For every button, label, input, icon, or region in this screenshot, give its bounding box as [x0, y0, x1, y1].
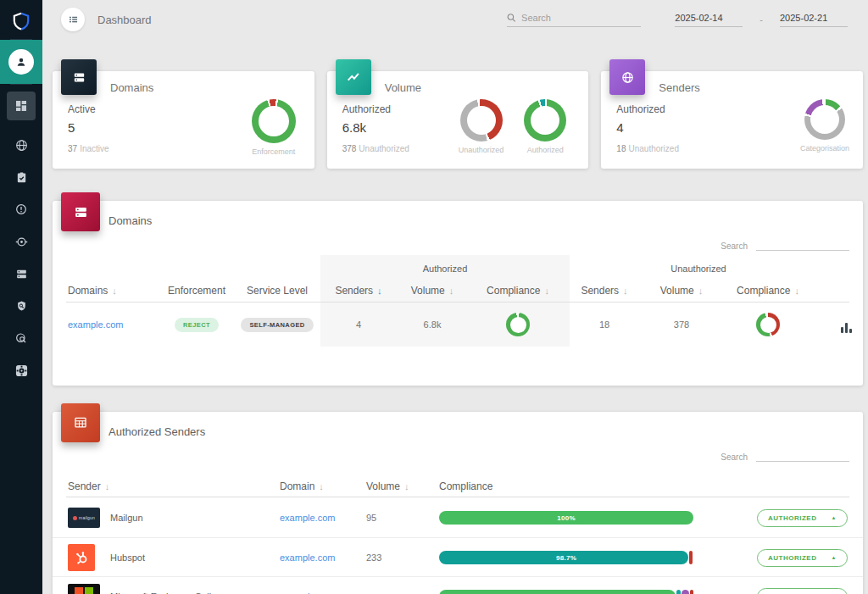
sender-name: Microsoft Exchange Onli... [110, 577, 219, 594]
panel-title: Authorized Senders [108, 425, 205, 438]
sort-arrow-icon[interactable]: ↓ [449, 286, 454, 296]
status-dropdown-button[interactable]: AUTHORIZED▲ [757, 509, 848, 527]
stat-label: Authorized [616, 103, 679, 115]
card-title: Domains [110, 81, 153, 94]
server-icon [15, 268, 28, 280]
sidebar-item-settings[interactable] [14, 363, 29, 378]
auth-compliance-donut-chart [506, 313, 530, 336]
domain-link[interactable]: example.com [68, 319, 123, 330]
sidebar-item-alerts[interactable] [14, 202, 29, 217]
sidebar-item-dns-records[interactable] [14, 266, 29, 281]
col-header-auth-senders: Senders↓ [324, 282, 393, 299]
sidebar-item-account[interactable] [0, 40, 42, 84]
gear-icon [15, 364, 28, 377]
sidebar-item-internet[interactable] [14, 137, 29, 153]
sort-arrow-icon[interactable]: ↓ [112, 286, 117, 296]
table-row-unauth-senders-cell: 18 [570, 303, 639, 347]
search-label: Search [721, 241, 748, 251]
compliance-cell: 100% [439, 498, 693, 537]
account-avatar [8, 49, 34, 75]
date-from-input[interactable] [675, 13, 743, 27]
sort-arrow-icon[interactable]: ↓ [544, 286, 549, 296]
enforcement-badge: REJECT [175, 318, 219, 332]
senders-panel-icon [61, 403, 100, 442]
sender-row-microsoft[interactable]: Microsoft Exchange Onli... example.com A… [53, 576, 863, 594]
compliance-bar: 98.7% [439, 551, 693, 564]
sidebar-item-discover[interactable] [14, 330, 29, 346]
col-header-domains: Domains↓ [68, 282, 153, 299]
card-title: Volume [385, 81, 421, 94]
volume-stats: Authorized 6.8k 378Unauthorized [342, 103, 409, 153]
sender-logo [68, 538, 95, 577]
shield-search-icon [15, 300, 28, 313]
mailgun-logo: mailgun [68, 508, 100, 528]
col-header-service-level: Service Level [226, 282, 328, 299]
sender-domain: example.com [280, 538, 335, 577]
status-dropdown-button[interactable]: AUTHORIZED▲ [757, 588, 848, 594]
volume-donuts: Unauthorized Authorized [459, 99, 567, 154]
sender-domain: example.com [280, 498, 335, 537]
senders-card-icon [609, 59, 645, 95]
col-header-sender: Sender↓ [68, 478, 109, 495]
group-header-unauthorized: Unauthorized [571, 264, 826, 274]
sidebar-item-tasks[interactable] [14, 169, 29, 185]
global-search [507, 13, 641, 27]
main-content: Dashboard - [42, 0, 868, 594]
domains-search: Search [721, 238, 849, 251]
categorisation-donut-block: Categorisation [800, 99, 849, 153]
date-to-input[interactable] [780, 13, 848, 27]
mailgun-dot-icon [73, 516, 77, 520]
date-range-separator: - [760, 14, 763, 25]
sender-volume: 95 [366, 498, 376, 537]
status-dropdown-button[interactable]: AUTHORIZED▲ [757, 549, 848, 567]
sort-arrow-icon[interactable]: ↓ [377, 286, 382, 296]
hubspot-sprocket-icon [75, 551, 89, 565]
authorized-donut-block: Authorized [524, 99, 566, 154]
unauthorized-donut-block: Unauthorized [459, 99, 504, 154]
caret-up-icon: ▲ [832, 555, 837, 560]
table-row-actions-cell [826, 303, 854, 347]
col-header-unauth-senders: Senders↓ [570, 282, 639, 299]
compliance-bar [439, 590, 693, 594]
sender-domain: example.com [280, 577, 335, 594]
senders-search-input[interactable] [756, 449, 849, 462]
table-header-divider [66, 497, 849, 497]
sidebar-item-dashboard[interactable] [7, 92, 36, 120]
stat-label: Active [68, 103, 109, 115]
table-row-unauth-compliance-cell [725, 303, 811, 347]
sidebar-item-investigate[interactable] [14, 298, 29, 314]
sender-row-mailgun[interactable]: mailgun Mailgun example.com 95 100% AUTH… [53, 498, 863, 537]
compliance-cell: 98.7% [439, 538, 693, 577]
sidebar-item-detection[interactable] [14, 234, 29, 249]
domains-search-input[interactable] [756, 238, 849, 251]
sort-arrow-icon[interactable]: ↓ [623, 286, 628, 296]
global-search-input[interactable] [521, 13, 641, 23]
sort-arrow-icon[interactable]: ↓ [698, 286, 704, 296]
server-icon [73, 204, 89, 220]
card-title: Senders [659, 81, 699, 94]
server-icon [72, 70, 86, 85]
sender-row-hubspot[interactable]: Hubspot example.com 233 98.7% AUTHORIZED… [53, 537, 863, 576]
sort-arrow-icon[interactable]: ↓ [319, 481, 324, 491]
sort-arrow-icon[interactable]: ↓ [404, 481, 409, 491]
compliance-bar: 100% [439, 511, 693, 525]
table-row-service-cell: SELF-MANAGED [226, 303, 328, 347]
search-icon [507, 13, 516, 23]
scope-target-icon [14, 235, 29, 249]
senders-search: Search [721, 449, 849, 462]
bar-chart-icon[interactable] [837, 316, 854, 333]
sidebar [0, 0, 42, 594]
status-cell: AUTHORIZED▲ [757, 538, 848, 577]
status-cell: AUTHORIZED▲ [757, 577, 848, 594]
sort-arrow-icon[interactable]: ↓ [794, 286, 799, 296]
brand-shield-logo-icon [11, 3, 31, 39]
menu-button[interactable] [61, 8, 85, 31]
enforcement-donut-block: Enforcement [252, 99, 296, 156]
authorized-volume-donut-chart [524, 99, 566, 142]
domains-panel-icon [61, 192, 100, 231]
panel-title: Domains [108, 214, 152, 227]
alert-circle-icon [14, 203, 28, 216]
clipboard-check-icon [15, 171, 28, 184]
summary-cards-row: Domains Active 5 37Inactive Enforcement [53, 71, 863, 169]
sort-arrow-icon[interactable]: ↓ [105, 481, 110, 491]
